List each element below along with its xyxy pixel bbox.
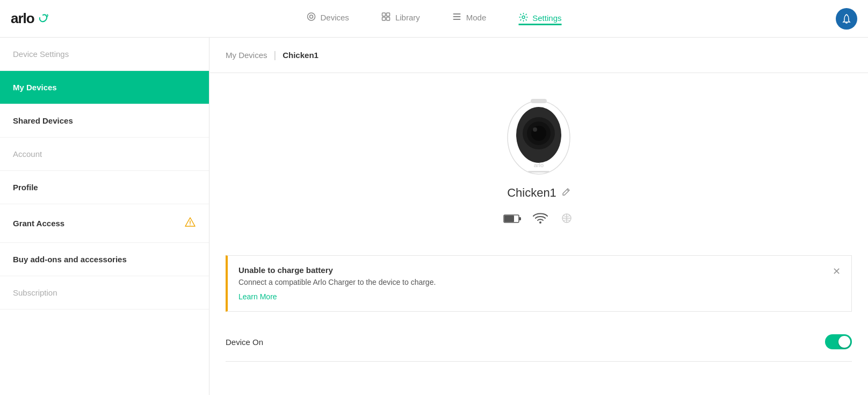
alert-title: Unable to charge battery bbox=[238, 265, 824, 275]
breadcrumb: My Devices | Chicken1 bbox=[209, 38, 868, 73]
svg-point-1 bbox=[310, 15, 313, 18]
logo-bird-icon bbox=[37, 13, 48, 25]
device-detail: arlo Chicken1 bbox=[209, 73, 868, 255]
nav-settings-label: Settings bbox=[532, 13, 561, 23]
svg-text:arlo: arlo bbox=[534, 162, 544, 168]
svg-rect-4 bbox=[382, 17, 386, 20]
breadcrumb-separator: | bbox=[274, 49, 277, 61]
svg-rect-8 bbox=[453, 19, 461, 20]
device-on-toggle[interactable] bbox=[825, 334, 852, 349]
svg-rect-2 bbox=[382, 13, 386, 16]
svg-rect-23 bbox=[504, 216, 514, 222]
learn-more-link[interactable]: Learn More bbox=[238, 292, 277, 301]
logo[interactable]: arlo bbox=[11, 10, 48, 27]
camera-svg: arlo bbox=[496, 89, 582, 181]
sidebar: Device Settings My Devices Shared Device… bbox=[0, 38, 209, 395]
svg-point-9 bbox=[522, 16, 525, 18]
sidebar-item-my-devices[interactable]: My Devices bbox=[0, 71, 209, 104]
svg-rect-18 bbox=[531, 99, 547, 103]
sidebar-item-shared-devices[interactable]: Shared Devices bbox=[0, 104, 209, 138]
svg-rect-24 bbox=[519, 217, 521, 220]
nav-mode-label: Mode bbox=[466, 13, 487, 22]
nav-library-label: Library bbox=[395, 13, 420, 22]
sidebar-item-grant-access[interactable]: Grant Access bbox=[0, 204, 209, 243]
top-nav: arlo Devices bbox=[0, 0, 868, 38]
nav-right bbox=[836, 8, 857, 30]
nav-library[interactable]: Library bbox=[381, 12, 420, 25]
svg-point-17 bbox=[533, 127, 537, 132]
breadcrumb-current: Chicken1 bbox=[283, 51, 319, 60]
alert-content: Unable to charge battery Connect a compa… bbox=[238, 265, 824, 301]
edit-icon[interactable] bbox=[562, 188, 570, 198]
device-name: Chicken1 bbox=[507, 186, 556, 200]
nav-mode[interactable]: Mode bbox=[452, 12, 487, 25]
svg-point-25 bbox=[539, 221, 541, 224]
mode-icon bbox=[452, 12, 462, 23]
sidebar-item-buy-addons[interactable]: Buy add-ons and accessories bbox=[0, 243, 209, 276]
library-icon bbox=[381, 12, 391, 23]
battery-icon bbox=[503, 211, 522, 228]
breadcrumb-parent[interactable]: My Devices bbox=[226, 51, 267, 60]
bell-icon bbox=[841, 13, 852, 24]
svg-point-0 bbox=[308, 13, 315, 20]
alert-banner: Unable to charge battery Connect a compa… bbox=[226, 255, 852, 312]
alert-description: Connect a compatible Arlo Charger to the… bbox=[238, 278, 824, 286]
wifi-icon bbox=[532, 211, 548, 228]
nav-devices-label: Devices bbox=[321, 13, 349, 22]
svg-rect-3 bbox=[387, 13, 390, 16]
device-name-row: Chicken1 bbox=[507, 186, 570, 200]
nav-settings[interactable]: Settings bbox=[518, 12, 561, 25]
svg-rect-5 bbox=[387, 17, 390, 20]
svg-rect-20 bbox=[528, 171, 549, 173]
settings-icon bbox=[518, 12, 528, 24]
signal-icon bbox=[559, 211, 574, 228]
device-icons-row bbox=[503, 211, 574, 228]
notification-button[interactable] bbox=[836, 8, 857, 30]
close-icon[interactable]: ✕ bbox=[833, 265, 841, 277]
svg-point-11 bbox=[190, 225, 191, 226]
main-layout: Device Settings My Devices Shared Device… bbox=[0, 38, 868, 395]
sidebar-item-account[interactable]: Account bbox=[0, 138, 209, 171]
main-content: My Devices | Chicken1 bbox=[209, 38, 868, 395]
nav-links: Devices Library M bbox=[307, 12, 562, 25]
device-on-row: Device On bbox=[226, 322, 852, 362]
sidebar-item-profile[interactable]: Profile bbox=[0, 171, 209, 204]
warning-icon bbox=[184, 216, 196, 231]
logo-text: arlo bbox=[11, 10, 34, 27]
sidebar-item-subscription[interactable]: Subscription bbox=[0, 276, 209, 310]
device-image: arlo bbox=[496, 89, 582, 175]
device-on-label: Device On bbox=[226, 337, 263, 347]
sidebar-item-device-settings[interactable]: Device Settings bbox=[0, 38, 209, 71]
svg-rect-7 bbox=[453, 16, 461, 17]
nav-devices[interactable]: Devices bbox=[307, 12, 349, 25]
devices-icon bbox=[307, 12, 316, 23]
svg-rect-6 bbox=[453, 13, 461, 15]
